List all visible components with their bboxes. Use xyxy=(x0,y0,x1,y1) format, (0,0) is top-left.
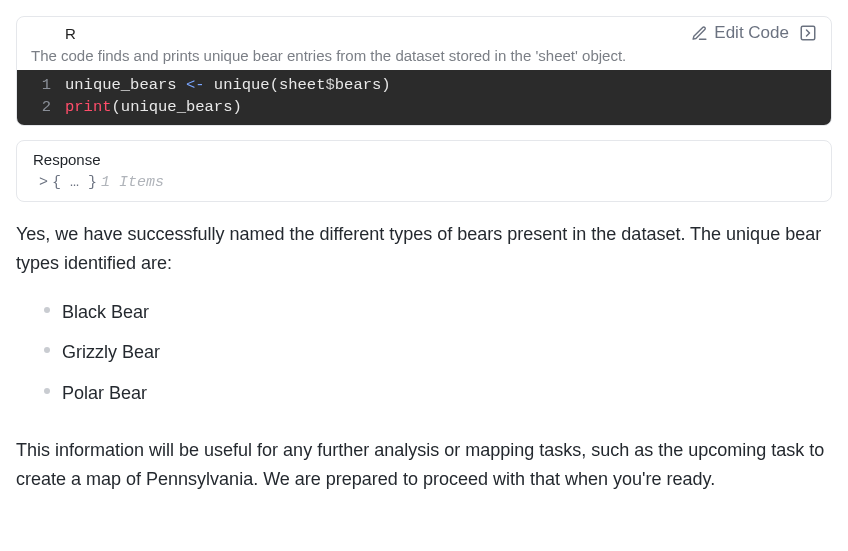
response-items-count: 1 Items xyxy=(101,174,164,191)
header-actions: Edit Code xyxy=(691,23,817,43)
message-outro: This information will be useful for any … xyxy=(16,436,832,494)
expand-chevron-icon[interactable]: > xyxy=(39,174,48,191)
svg-rect-0 xyxy=(801,26,815,40)
response-body[interactable]: > { … } 1 Items xyxy=(33,174,815,191)
list-item: Grizzly Bear xyxy=(44,332,832,373)
code-block: 1unique_bears <- unique(sheet$bears)2pri… xyxy=(17,70,831,125)
code-text: unique_bears <- unique(sheet$bears) xyxy=(65,74,391,96)
message-intro: Yes, we have successfully named the diff… xyxy=(16,220,832,278)
assistant-message: Yes, we have successfully named the diff… xyxy=(16,220,832,494)
edit-code-button[interactable]: Edit Code xyxy=(691,23,789,43)
response-braces: { … } xyxy=(52,174,97,191)
list-item: Black Bear xyxy=(44,292,832,333)
response-title: Response xyxy=(33,151,815,168)
language-label: R xyxy=(65,25,76,42)
list-item: Polar Bear xyxy=(44,373,832,414)
code-line: 2print(unique_bears) xyxy=(17,96,831,118)
code-card: R Edit Code The code finds and prints un… xyxy=(16,16,832,126)
code-header: R Edit Code xyxy=(17,17,831,47)
code-description: The code finds and prints unique bear en… xyxy=(17,47,831,70)
edit-code-label: Edit Code xyxy=(714,23,789,43)
code-line: 1unique_bears <- unique(sheet$bears) xyxy=(17,74,831,96)
line-number: 2 xyxy=(17,96,65,118)
bear-list: Black BearGrizzly BearPolar Bear xyxy=(16,292,832,414)
line-number: 1 xyxy=(17,74,65,96)
expand-button[interactable] xyxy=(799,24,817,42)
pencil-icon xyxy=(691,25,708,42)
code-text: print(unique_bears) xyxy=(65,96,242,118)
expand-icon xyxy=(799,24,817,42)
response-card: Response > { … } 1 Items xyxy=(16,140,832,202)
